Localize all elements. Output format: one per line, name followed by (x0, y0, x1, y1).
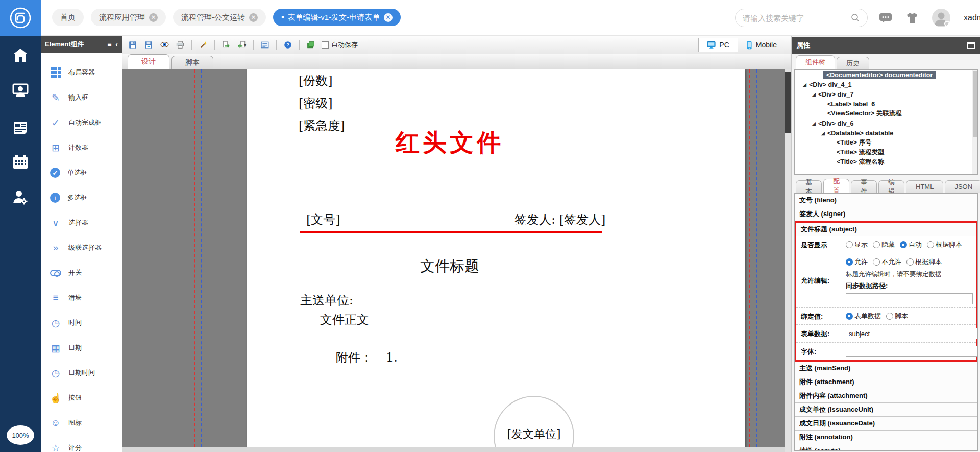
autosave-toggle[interactable]: 自动保存 (322, 40, 358, 50)
component-item-rate[interactable]: ☆评分 (41, 438, 122, 452)
help-button[interactable]: ? (282, 39, 294, 51)
horizontal-scrollbar[interactable] (122, 447, 785, 452)
radio-disallow[interactable]: 不允许 (873, 257, 901, 267)
radio-by-script[interactable]: 根据脚本 (927, 240, 962, 249)
section-attachment-body[interactable]: 附件内容 (attachment) (795, 389, 977, 403)
tree-row[interactable]: <Div> div_6 (795, 118, 977, 128)
radio-by-script[interactable]: 根据脚本 (906, 257, 942, 267)
tab-component-tree[interactable]: 组件树 (796, 55, 835, 69)
print-button[interactable] (174, 39, 186, 51)
section-signer[interactable]: 签发人 (signer) (795, 207, 977, 221)
tree-expand-icon[interactable] (812, 121, 818, 126)
close-icon[interactable] (384, 13, 393, 22)
device-pc-button[interactable]: PC (698, 38, 738, 52)
scrollbar-thumb[interactable] (973, 71, 977, 137)
section-issuance-unit[interactable]: 成文单位 (issuanceUnit) (795, 403, 977, 417)
magic-wand-button[interactable] (197, 39, 209, 51)
radio-show[interactable]: 显示 (846, 240, 868, 249)
doc-field-main-send[interactable]: 主送单位: (300, 292, 353, 308)
doc-field-fileno[interactable]: [文号] (306, 211, 340, 228)
import-button[interactable]: ▾ (236, 39, 248, 51)
theme-shirt-icon[interactable] (905, 12, 919, 24)
zoom-level-badge[interactable]: 100% (7, 425, 34, 445)
tree-row[interactable]: <Title> 序号 (795, 138, 977, 148)
section-issuance-date[interactable]: 成文日期 (issuanceDate) (795, 417, 977, 431)
section-attachment[interactable]: 附件 (attachment) (795, 375, 977, 389)
collapse-panel-icon[interactable]: ‹ (115, 40, 118, 49)
component-item-layout[interactable]: 布局容器 (41, 62, 122, 83)
doc-field-issuance-unit[interactable]: [发文单位] (507, 426, 560, 442)
tree-expand-icon[interactable] (812, 92, 818, 97)
doc-field-attachment[interactable]: 附件：1. (336, 349, 398, 366)
form-view-button[interactable] (259, 39, 271, 51)
tree-expand-icon[interactable] (803, 82, 809, 87)
radio-hide[interactable]: 隐藏 (873, 240, 895, 249)
component-item-autocomplete[interactable]: ✓自动完成框 (41, 112, 122, 133)
component-item-switch[interactable]: 开关 (41, 263, 122, 283)
tree-row[interactable]: <Title> 流程类型 (795, 148, 977, 157)
tab-json[interactable]: JSON (945, 180, 980, 193)
tree-row[interactable]: <Datatable> datatable (795, 128, 977, 138)
section-annotation[interactable]: 附注 (annotation) (795, 431, 977, 444)
tab-design[interactable]: 设计 (128, 54, 169, 69)
component-item-slider[interactable]: ≡滑块 (41, 288, 122, 308)
tab-edit[interactable]: 编辑 (878, 180, 904, 193)
tree-expand-icon[interactable] (821, 131, 827, 136)
save-as-button[interactable] (142, 39, 155, 51)
username[interactable]: xadmin (964, 13, 980, 22)
component-tree[interactable]: <Documenteditor> documenteditor <Div> di… (794, 69, 978, 175)
scrollbar-thumb[interactable] (785, 72, 791, 133)
font-input[interactable] (846, 346, 977, 357)
component-item-time[interactable]: ◷时间 (41, 313, 122, 333)
close-icon[interactable] (249, 13, 258, 22)
doc-red-header[interactable]: 红头文件 (299, 127, 601, 159)
form-data-input[interactable] (846, 328, 977, 339)
tab-config[interactable]: 配置 (823, 179, 849, 193)
news-icon[interactable] (12, 119, 29, 135)
component-item-checkbox[interactable]: +多选框 (41, 187, 122, 208)
radio-form-data[interactable]: 表单数据 (846, 312, 881, 321)
radio-auto[interactable]: 自动 (900, 240, 922, 249)
radio-allow[interactable]: 允许 (846, 257, 868, 267)
sync-path-input[interactable] (846, 293, 973, 304)
collapse-panel-icon[interactable] (967, 42, 975, 49)
component-item-date[interactable]: ▦日期 (41, 338, 122, 358)
component-item-radio[interactable]: ✔单选框 (41, 162, 122, 183)
design-canvas[interactable]: [份数] [密级] [紧急度] 红头文件 [文号] 签发人: [签发人] 文件标… (122, 69, 791, 452)
component-item-button[interactable]: ☝按钮 (41, 388, 122, 408)
tree-row[interactable]: <ViewSelector> 关联流程 (795, 109, 977, 118)
tab-history[interactable]: 历史 (837, 57, 869, 69)
app-logo[interactable] (0, 0, 41, 36)
nav-tab[interactable]: 流程管理-公文运转 (173, 9, 266, 26)
radio-script[interactable]: 脚本 (886, 312, 908, 321)
component-item-cascader[interactable]: »级联选择器 (41, 237, 122, 258)
user-monitor-icon[interactable] (12, 82, 29, 98)
tree-row[interactable]: <Title> 流程名称 (795, 157, 977, 167)
section-main-send[interactable]: 主送 (mainSend) (795, 362, 977, 375)
preview-button[interactable] (158, 39, 170, 51)
nav-tab[interactable]: 流程应用管理 (91, 9, 166, 26)
component-item-datetime[interactable]: ◷日期时间 (41, 363, 122, 383)
tab-script[interactable]: 脚本 (172, 56, 213, 69)
section-fileno[interactable]: 文号 (fileno) (795, 194, 977, 207)
doc-field-body[interactable]: 文件正文 (320, 312, 369, 328)
nav-tab-home[interactable]: 首页 (52, 9, 84, 26)
device-mobile-button[interactable]: Mobile (738, 38, 785, 52)
vertical-scrollbar[interactable] (785, 69, 791, 452)
component-item-icon[interactable]: ☺图标 (41, 413, 122, 433)
search-icon[interactable] (851, 13, 860, 22)
component-item-input[interactable]: ✎输入框 (41, 87, 122, 108)
doc-field-secrecy[interactable]: [密级] (299, 95, 333, 111)
nav-tab-active[interactable]: 表单编辑-v1-发文-申请表单 (273, 9, 401, 26)
search-input[interactable] (743, 14, 851, 22)
search-box[interactable] (735, 9, 868, 27)
component-item-select[interactable]: ∨选择器 (41, 212, 122, 233)
tree-scrollbar[interactable] (972, 70, 977, 174)
message-icon[interactable] (879, 12, 892, 24)
doc-field-copies[interactable]: [份数] (299, 73, 333, 89)
tree-row[interactable]: <Documenteditor> documenteditor (795, 70, 977, 80)
home-icon[interactable] (12, 47, 29, 63)
avatar[interactable] (932, 9, 950, 27)
doc-field-signer[interactable]: 签发人: [签发人] (514, 211, 605, 228)
tab-basic[interactable]: 基本 (796, 180, 822, 193)
